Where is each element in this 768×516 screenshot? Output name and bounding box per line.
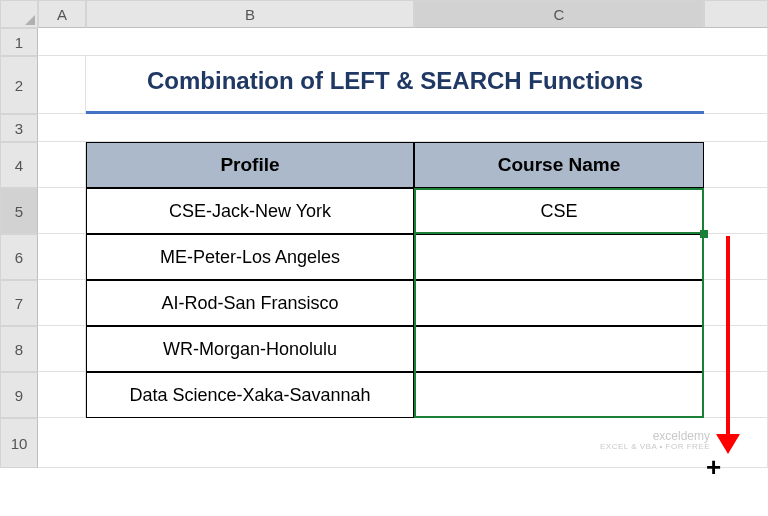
cell-blank-5[interactable] <box>704 188 768 234</box>
col-header-B[interactable]: B <box>86 0 414 28</box>
cell-blank-6[interactable] <box>704 234 768 280</box>
col-header-A[interactable]: A <box>38 0 86 28</box>
cell-row1[interactable] <box>38 28 768 56</box>
cell-blank-9[interactable] <box>704 372 768 418</box>
col-header-blank[interactable] <box>704 0 768 28</box>
cell-A8[interactable] <box>38 326 86 372</box>
header-course[interactable]: Course Name <box>414 142 704 188</box>
fill-cursor-icon: + <box>706 452 721 483</box>
fill-handle[interactable] <box>700 230 708 238</box>
cell-course-6[interactable] <box>414 234 704 280</box>
row-header-3[interactable]: 3 <box>0 114 38 142</box>
cell-blank-4[interactable] <box>704 142 768 188</box>
cell-A5[interactable] <box>38 188 86 234</box>
cell-course-5[interactable]: CSE <box>414 188 704 234</box>
cell-profile-9[interactable]: Data Science-Xaka-Savannah <box>86 372 414 418</box>
cell-A6[interactable] <box>38 234 86 280</box>
cell-course-9[interactable] <box>414 372 704 418</box>
row-header-6[interactable]: 6 <box>0 234 38 280</box>
cell-A9[interactable] <box>38 372 86 418</box>
col-header-C[interactable]: C <box>414 0 704 28</box>
cell-profile-6[interactable]: ME-Peter-Los Angeles <box>86 234 414 280</box>
row-header-10[interactable]: 10 <box>0 418 38 468</box>
cell-A4[interactable] <box>38 142 86 188</box>
watermark-sub: EXCEL & VBA • FOR FREE <box>600 443 710 452</box>
cell-profile-7[interactable]: AI-Rod-San Fransisco <box>86 280 414 326</box>
arrow-down-icon <box>726 236 730 436</box>
row-header-8[interactable]: 8 <box>0 326 38 372</box>
row-header-9[interactable]: 9 <box>0 372 38 418</box>
cell-A2[interactable] <box>38 56 86 114</box>
cell-blank-7[interactable] <box>704 280 768 326</box>
row-header-1[interactable]: 1 <box>0 28 38 56</box>
cell-course-7[interactable] <box>414 280 704 326</box>
cell-row3[interactable] <box>38 114 768 142</box>
cell-A7[interactable] <box>38 280 86 326</box>
cell-blank-2[interactable] <box>704 56 768 114</box>
watermark: exceldemy EXCEL & VBA • FOR FREE <box>600 430 710 452</box>
row-header-7[interactable]: 7 <box>0 280 38 326</box>
row-header-2[interactable]: 2 <box>0 56 38 114</box>
select-all-corner[interactable] <box>0 0 38 28</box>
row-header-5[interactable]: 5 <box>0 188 38 234</box>
cell-profile-8[interactable]: WR-Morgan-Honolulu <box>86 326 414 372</box>
cell-profile-5[interactable]: CSE-Jack-New York <box>86 188 414 234</box>
cell-course-8[interactable] <box>414 326 704 372</box>
cell-blank-8[interactable] <box>704 326 768 372</box>
row-header-4[interactable]: 4 <box>0 142 38 188</box>
header-profile[interactable]: Profile <box>86 142 414 188</box>
spreadsheet-grid: A B C 1 2 Combination of LEFT & SEARCH F… <box>0 0 768 468</box>
page-title: Combination of LEFT & SEARCH Functions <box>86 56 704 114</box>
